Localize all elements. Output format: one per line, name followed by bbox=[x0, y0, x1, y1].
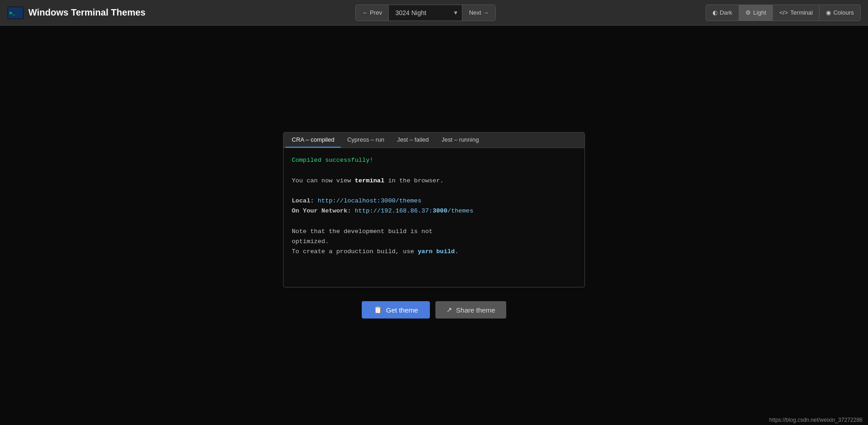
main-content: CRA – compiled Cypress – run Jest – fail… bbox=[0, 26, 868, 425]
header: >_ Windows Terminal Themes ← Prev 3024 N… bbox=[0, 0, 868, 26]
tab-cypress-run[interactable]: Cypress – run bbox=[341, 133, 391, 148]
terminal-tabs: CRA – compiled Cypress – run Jest – fail… bbox=[284, 133, 584, 148]
theme-select-wrapper: 3024 Night3024 DayAdventureTimeAfterglow… bbox=[389, 5, 462, 21]
nav-selector: ← Prev 3024 Night3024 DayAdventureTimeAf… bbox=[355, 5, 496, 21]
local-url: http://localhost:3000/themes bbox=[318, 197, 422, 204]
compiled-success-text: Compiled successfully! bbox=[292, 157, 373, 164]
note-line-2: optimized. bbox=[292, 237, 576, 247]
terminal-mode-label: Terminal bbox=[790, 9, 813, 16]
local-line: Local: http://localhost:3000/themes bbox=[292, 196, 576, 206]
dark-mode-button[interactable]: ◐ Dark bbox=[706, 5, 739, 21]
compiled-line: Compiled successfully! bbox=[292, 155, 576, 165]
local-label: Local: bbox=[292, 197, 318, 204]
network-label: On Your Network: bbox=[292, 207, 355, 214]
note3-text: To create a production build, use bbox=[292, 248, 418, 255]
tab-jest-running[interactable]: Jest – running bbox=[435, 133, 486, 148]
get-theme-label: Get theme bbox=[386, 306, 418, 314]
dark-mode-icon: ◐ bbox=[713, 9, 718, 16]
status-url: https://blog.csdn.net/weixin_37272286 bbox=[769, 417, 863, 423]
tab-jest-failed[interactable]: Jest – failed bbox=[391, 133, 435, 148]
network-url: http://192.168.86.37:3000/themes bbox=[355, 207, 473, 214]
light-mode-icon: ⚙ bbox=[745, 9, 751, 16]
nav-right: ◐ Dark ⚙ Light </> Terminal ◉ Colours bbox=[706, 5, 861, 21]
share-theme-button[interactable]: ↗ Share theme bbox=[435, 301, 506, 319]
status-bar: https://blog.csdn.net/weixin_37272286 bbox=[764, 415, 868, 425]
network-line: On Your Network: http://192.168.86.37:30… bbox=[292, 206, 576, 216]
note3-end-text: . bbox=[455, 248, 458, 255]
terminal-body: Compiled successfully! You can now view … bbox=[284, 148, 584, 281]
dark-mode-label: Dark bbox=[720, 9, 732, 16]
next-button[interactable]: Next → bbox=[462, 5, 495, 21]
terminal-mode-icon: </> bbox=[779, 9, 788, 16]
colours-mode-button[interactable]: ◉ Colours bbox=[820, 5, 860, 21]
prev-button[interactable]: ← Prev bbox=[356, 5, 389, 21]
light-mode-label: Light bbox=[753, 9, 766, 16]
terminal-bold-text: terminal bbox=[355, 177, 385, 184]
action-buttons: 📋 Get theme ↗ Share theme bbox=[362, 301, 506, 319]
terminal-window: CRA – compiled Cypress – run Jest – fail… bbox=[283, 132, 585, 287]
light-mode-button[interactable]: ⚙ Light bbox=[739, 5, 773, 21]
view-text-after: in the browser. bbox=[385, 177, 444, 184]
nav-center: ← Prev 3024 Night3024 DayAdventureTimeAf… bbox=[145, 5, 705, 21]
share-theme-icon: ↗ bbox=[446, 306, 452, 314]
note-line-1: Note that the development build is not bbox=[292, 227, 576, 237]
logo-area: >_ Windows Terminal Themes bbox=[7, 6, 145, 19]
app-title: Windows Terminal Themes bbox=[28, 7, 145, 18]
share-theme-label: Share theme bbox=[456, 306, 495, 314]
get-theme-button[interactable]: 📋 Get theme bbox=[362, 301, 430, 319]
note-line-3: To create a production build, use yarn b… bbox=[292, 247, 576, 257]
get-theme-icon: 📋 bbox=[374, 306, 382, 314]
tab-cra-compiled[interactable]: CRA – compiled bbox=[285, 133, 341, 148]
view-text-before: You can now view bbox=[292, 177, 355, 184]
colours-mode-icon: ◉ bbox=[826, 9, 831, 16]
colours-mode-label: Colours bbox=[833, 9, 854, 16]
app-logo-icon: >_ bbox=[7, 6, 24, 19]
yarn-build-text: yarn build bbox=[418, 248, 455, 255]
view-line: You can now view terminal in the browser… bbox=[292, 176, 576, 186]
svg-text:>_: >_ bbox=[9, 11, 16, 16]
theme-select[interactable]: 3024 Night3024 DayAdventureTimeAfterglow… bbox=[389, 5, 462, 21]
terminal-mode-button[interactable]: </> Terminal bbox=[773, 5, 820, 21]
